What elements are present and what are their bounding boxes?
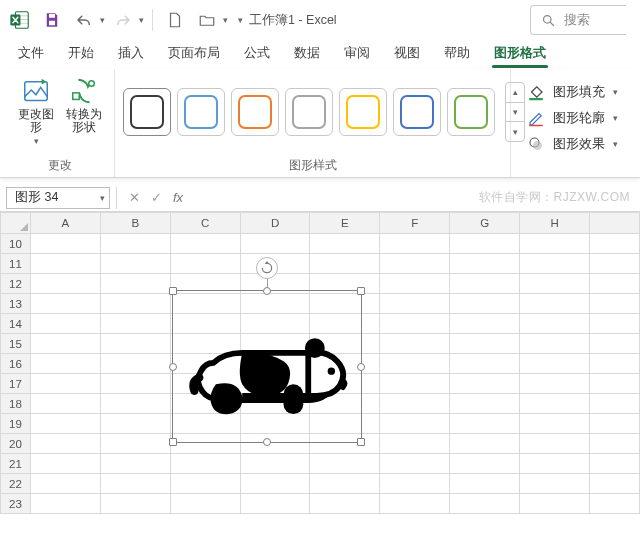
col-header[interactable] bbox=[589, 213, 639, 234]
svg-rect-9 bbox=[73, 93, 80, 100]
resize-handle-e[interactable] bbox=[357, 363, 365, 371]
row-header[interactable]: 11 bbox=[1, 254, 31, 274]
svg-rect-17 bbox=[284, 384, 304, 414]
col-header[interactable]: G bbox=[450, 213, 520, 234]
formula-bar: 图形 34 ▾ ✕ ✓ fx 软件自学网：RJZXW.COM bbox=[0, 184, 640, 212]
ribbon-group-styles: ▴ ▾ ▾ 图形样式 bbox=[115, 70, 511, 177]
shape-fill-button[interactable]: 图形填充▾ bbox=[527, 80, 618, 104]
style-swatch-7[interactable] bbox=[447, 88, 495, 136]
style-swatch-2[interactable] bbox=[177, 88, 225, 136]
svg-point-7 bbox=[544, 15, 552, 23]
shape-selection-frame[interactable] bbox=[172, 290, 362, 443]
tab-file[interactable]: 文件 bbox=[6, 40, 56, 68]
shape-effects-button[interactable]: 图形效果▾ bbox=[527, 132, 618, 156]
cancel-formula-button[interactable]: ✕ bbox=[123, 187, 145, 209]
svg-point-10 bbox=[89, 81, 95, 87]
redo-dropdown-icon[interactable]: ▾ bbox=[139, 15, 144, 25]
tab-view[interactable]: 视图 bbox=[382, 40, 432, 68]
style-swatch-1[interactable] bbox=[123, 88, 171, 136]
row-header[interactable]: 14 bbox=[1, 314, 31, 334]
row-header[interactable]: 18 bbox=[1, 394, 31, 414]
outline-pen-icon bbox=[527, 109, 545, 127]
col-header[interactable]: B bbox=[100, 213, 170, 234]
panda-graphic-icon[interactable] bbox=[185, 312, 350, 422]
search-placeholder: 搜索 bbox=[564, 12, 590, 29]
redo-button[interactable] bbox=[109, 6, 137, 34]
tab-help[interactable]: 帮助 bbox=[432, 40, 482, 68]
search-icon bbox=[541, 13, 556, 28]
ribbon-tabs: 文件 开始 插入 页面布局 公式 数据 审阅 视图 帮助 图形格式 bbox=[0, 40, 640, 68]
row-header[interactable]: 21 bbox=[1, 454, 31, 474]
style-swatch-6[interactable] bbox=[393, 88, 441, 136]
col-header[interactable]: C bbox=[170, 213, 240, 234]
select-all-corner[interactable] bbox=[1, 213, 31, 234]
fx-icon: fx bbox=[167, 190, 189, 205]
change-graphic-button[interactable]: 更改图形▾ bbox=[14, 74, 58, 148]
tab-review[interactable]: 审阅 bbox=[332, 40, 382, 68]
qat-customize-icon[interactable]: ▾ bbox=[238, 15, 243, 25]
resize-handle-ne[interactable] bbox=[357, 287, 365, 295]
style-swatch-5[interactable] bbox=[339, 88, 387, 136]
watermark-text: 软件自学网：RJZXW.COM bbox=[479, 189, 631, 206]
formula-input[interactable] bbox=[189, 187, 479, 209]
effects-icon bbox=[527, 135, 545, 153]
row-header[interactable]: 16 bbox=[1, 354, 31, 374]
tab-shape-format[interactable]: 图形格式 bbox=[482, 40, 558, 68]
ribbon-group-change: 更改图形▾ 转换为形状 更改 bbox=[6, 70, 115, 177]
tab-page-layout[interactable]: 页面布局 bbox=[156, 40, 232, 68]
name-box[interactable]: 图形 34 ▾ bbox=[6, 187, 110, 209]
worksheet-grid-container: A B C D E F G H 10 11 12 13 14 15 16 17 … bbox=[0, 212, 640, 538]
row-header[interactable]: 17 bbox=[1, 374, 31, 394]
tab-formulas[interactable]: 公式 bbox=[232, 40, 282, 68]
row-header[interactable]: 19 bbox=[1, 414, 31, 434]
title-bar: ▾ ▾ ▾ ▾ 工作簿1 - Excel 搜索 bbox=[0, 0, 640, 40]
open-file-button[interactable] bbox=[193, 6, 221, 34]
row-header[interactable]: 12 bbox=[1, 274, 31, 294]
new-file-button[interactable] bbox=[161, 6, 189, 34]
row-header[interactable]: 20 bbox=[1, 434, 31, 454]
row-header[interactable]: 15 bbox=[1, 334, 31, 354]
row-header[interactable]: 23 bbox=[1, 494, 31, 514]
save-button[interactable] bbox=[38, 6, 66, 34]
tab-data[interactable]: 数据 bbox=[282, 40, 332, 68]
style-swatch-4[interactable] bbox=[285, 88, 333, 136]
col-header[interactable]: D bbox=[240, 213, 310, 234]
col-header[interactable]: A bbox=[30, 213, 100, 234]
col-header[interactable]: E bbox=[310, 213, 380, 234]
name-box-dropdown-icon[interactable]: ▾ bbox=[100, 193, 105, 203]
svg-point-16 bbox=[328, 367, 335, 374]
tab-home[interactable]: 开始 bbox=[56, 40, 106, 68]
svg-point-14 bbox=[533, 141, 542, 150]
row-header[interactable]: 10 bbox=[1, 234, 31, 254]
convert-to-shape-button[interactable]: 转换为形状 bbox=[62, 74, 106, 134]
style-swatch-3[interactable] bbox=[231, 88, 279, 136]
undo-dropdown-icon[interactable]: ▾ bbox=[100, 15, 105, 25]
group-label-styles: 图形样式 bbox=[289, 154, 337, 177]
resize-handle-w[interactable] bbox=[169, 363, 177, 371]
col-header[interactable]: H bbox=[520, 213, 590, 234]
shape-style-gallery: ▴ ▾ ▾ bbox=[123, 74, 525, 148]
resize-handle-s[interactable] bbox=[263, 438, 271, 446]
resize-handle-nw[interactable] bbox=[169, 287, 177, 295]
ribbon: 更改图形▾ 转换为形状 更改 ▴ ▾ ▾ bbox=[0, 68, 640, 178]
ribbon-group-shape-format: 图形填充▾ 图形轮廓▾ 图形效果▾ bbox=[511, 70, 634, 177]
row-header[interactable]: 22 bbox=[1, 474, 31, 494]
resize-handle-sw[interactable] bbox=[169, 438, 177, 446]
group-label-change: 更改 bbox=[48, 154, 72, 177]
fill-bucket-icon bbox=[527, 83, 545, 101]
rotation-handle[interactable] bbox=[256, 257, 278, 279]
row-header[interactable]: 13 bbox=[1, 294, 31, 314]
undo-button[interactable] bbox=[70, 6, 98, 34]
svg-rect-11 bbox=[529, 98, 543, 100]
resize-handle-n[interactable] bbox=[263, 287, 271, 295]
excel-app-icon bbox=[6, 6, 34, 34]
open-dropdown-icon[interactable]: ▾ bbox=[223, 15, 228, 25]
tab-insert[interactable]: 插入 bbox=[106, 40, 156, 68]
col-header[interactable]: F bbox=[380, 213, 450, 234]
svg-point-15 bbox=[305, 338, 325, 358]
resize-handle-se[interactable] bbox=[357, 438, 365, 446]
qat-separator bbox=[152, 9, 153, 31]
shape-outline-button[interactable]: 图形轮廓▾ bbox=[527, 106, 618, 130]
search-input[interactable]: 搜索 bbox=[530, 5, 626, 35]
enter-formula-button[interactable]: ✓ bbox=[145, 187, 167, 209]
